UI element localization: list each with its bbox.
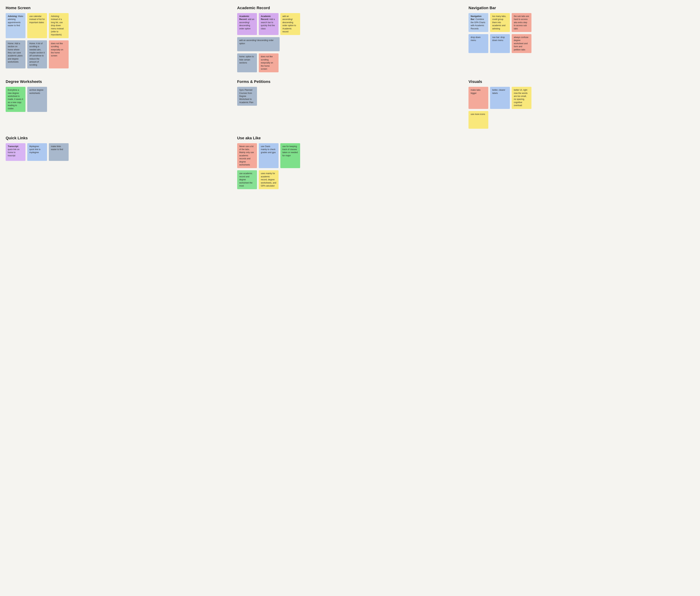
card-home-scrolling: Home: A lot of scrolling is needed atm, … xyxy=(27,40,47,69)
card-nav-combine-gpa: Navigation Bar: Combine the GPA Charts w… xyxy=(469,13,488,32)
card-ql-mydegree: Mydegree: quick link to mydegree xyxy=(27,143,47,161)
section-title-visuals: Visuals xyxy=(469,79,694,84)
cards-row-nav-2: drop down menu nav bar: drop down menu a… xyxy=(469,34,694,53)
card-dropdown-menu: Advising: instead of a long list, use dr… xyxy=(49,13,69,38)
section-academic-record: Academic Record Academic Record: add an … xyxy=(237,6,463,72)
cards-row-ar-1: Academic Record: add an ascending/ desce… xyxy=(237,13,463,35)
section-navigation-bar: Navigation Bar Navigation Bar: Combine t… xyxy=(469,6,694,72)
card-nav-sub-tabs: the sub tabs are hard to access aka extr… xyxy=(511,13,531,32)
card-vis-more-icons: use more icons xyxy=(469,111,488,129)
card-ar-ascending-1: Academic Record: add an ascending/ desce… xyxy=(237,13,257,35)
cards-row-ar-3: home: option to hide certain sections do… xyxy=(237,53,463,72)
card-vis-better-ui: better UI, right now the words are too s… xyxy=(511,87,531,109)
section-home-screen: Home Screen Advising: Make advising appo… xyxy=(6,6,231,72)
card-ql-transcript: Transcript: quick link on home to trascr… xyxy=(6,143,25,161)
card-home-save-section: Home: Add a section on home where they c… xyxy=(6,40,25,69)
section-title-forms-petitions: Forms & Petitions xyxy=(237,79,463,84)
board: Home Screen Advising: Make advising appo… xyxy=(6,6,694,189)
card-dw-clutter: Everytime a new degree worksheet is made… xyxy=(6,87,25,112)
cards-row-fp-1: Sync Planned Courses from Degree Workshe… xyxy=(237,87,463,106)
cards-row-vis-2: use more icons xyxy=(469,111,694,129)
section-title-degree-worksheets: Degree Worksheets xyxy=(6,79,231,84)
cards-row-use-1: Never use a lot of the tabs. Mainly only… xyxy=(237,143,694,168)
card-vis-bigger-tabs: make tabs bigger xyxy=(469,87,488,109)
section-title-home-screen: Home Screen xyxy=(6,6,231,10)
card-use-track-classes: use for keeping track of classes taken o… xyxy=(280,143,300,168)
card-no-scrolling: does not like scrolling esepcially on th… xyxy=(49,40,69,69)
card-nav-confuse-tabs: always confuse degree worksheet and form… xyxy=(511,34,531,53)
cards-row-dw-1: Everytime a new degree worksheet is made… xyxy=(6,87,231,112)
section-title-navigation-bar: Navigation Bar xyxy=(469,6,694,10)
card-use-mainly-academic: uses mainly for academic record, degree … xyxy=(259,170,279,189)
section-title-academic-record: Academic Record xyxy=(237,6,463,10)
card-use-never-tabs: Never use a lot of the tabs. Mainly only… xyxy=(237,143,257,168)
section-use-aka-like: Use aka Like Never use a lot of the tabs… xyxy=(237,136,694,189)
cards-row-ar-2: add an ascending/ descending order optio… xyxy=(237,37,463,51)
section-degree-worksheets: Degree Worksheets Everytime a new degree… xyxy=(6,79,231,129)
cards-row-use-2: use academic record and degree worksheet… xyxy=(237,170,694,189)
card-ar-search-bar: Academic Record: Add a search bar to qui… xyxy=(259,13,279,35)
card-ar-ascending-3: add an ascending/ descending order optio… xyxy=(237,37,280,51)
card-nav-dropdown-1: drop down menu xyxy=(469,34,488,53)
card-advising-appointments: Advising: Make advising appointments eas… xyxy=(6,13,25,38)
card-ql-easier-links: make links easier to find xyxy=(49,143,69,161)
card-fp-sync: Sync Planned Courses from Degree Workshe… xyxy=(237,87,257,106)
card-dw-archive: archive degree worksheets xyxy=(27,87,47,112)
cards-row-nav-1: Navigation Bar: Combine the GPA Charts w… xyxy=(469,13,694,32)
cards-row-2: Home: Add a section on home where they c… xyxy=(6,40,231,69)
cards-row-vis-1: make tabs bigger better, clearer labels … xyxy=(469,87,694,109)
card-calendar-important-dates: use calendar instead of list for importa… xyxy=(27,13,47,38)
cards-row-ql-1: Transcript: quick link on home to trascr… xyxy=(6,143,231,161)
section-forms-petitions: Forms & Petitions Sync Planned Courses f… xyxy=(237,79,463,129)
card-ar-hide-sections: home: option to hide certain sections xyxy=(237,53,257,72)
section-title-quick-links: Quick Links xyxy=(6,136,231,140)
card-nav-dropdown-2: nav bar: drop down menu xyxy=(490,34,510,53)
section-visuals: Visuals make tabs bigger better, clearer… xyxy=(469,79,694,129)
card-use-academic-record-most: use academic record and degree worksheet… xyxy=(237,170,257,189)
section-quick-links: Quick Links Transcript: quick link on ho… xyxy=(6,136,231,189)
cards-row: Advising: Make advising appointments eas… xyxy=(6,13,231,38)
card-use-oasis-grades: use Oasis mainly to check grades and gpa xyxy=(259,143,279,168)
card-nav-group-tabs: too many tabs, could group them into aca… xyxy=(490,13,510,32)
card-vis-clearer-labels: better, clearer labels xyxy=(490,87,510,109)
section-title-use-aka-like: Use aka Like xyxy=(237,136,694,140)
card-ar-ascending-2: add an ascending/ descending order optio… xyxy=(280,13,300,35)
card-ar-scrolling: does not like scrolling esepcially on th… xyxy=(259,53,279,72)
